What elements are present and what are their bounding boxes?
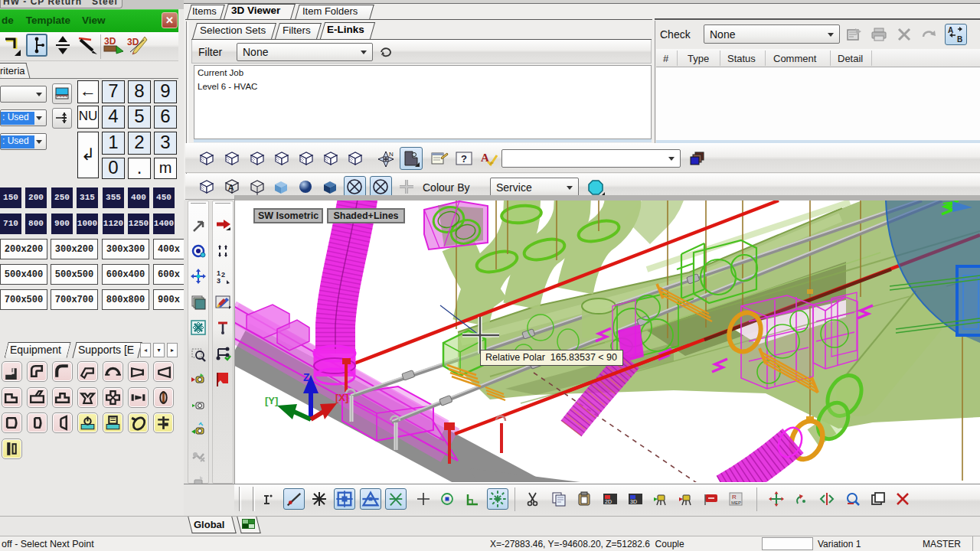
svg-text:3: 3 [217,277,220,285]
svg-text:2: 2 [221,271,225,279]
svg-text:[Y]: [Y] [265,395,278,406]
svg-text:MEP: MEP [731,500,741,505]
svg-text:N: N [389,151,394,158]
svg-text:Z: Z [303,371,310,383]
svg-text:3D: 3D [630,499,637,504]
svg-text:1: 1 [217,269,220,277]
svg-text:2D: 2D [605,499,612,504]
svg-text:A: A [228,183,234,192]
svg-text:3D: 3D [104,36,116,47]
svg-text:A: A [948,26,953,34]
svg-text:B: B [957,35,962,44]
svg-text:?: ? [461,153,467,165]
svg-text:[X]: [X] [335,392,348,403]
svg-text:R: R [732,494,737,500]
